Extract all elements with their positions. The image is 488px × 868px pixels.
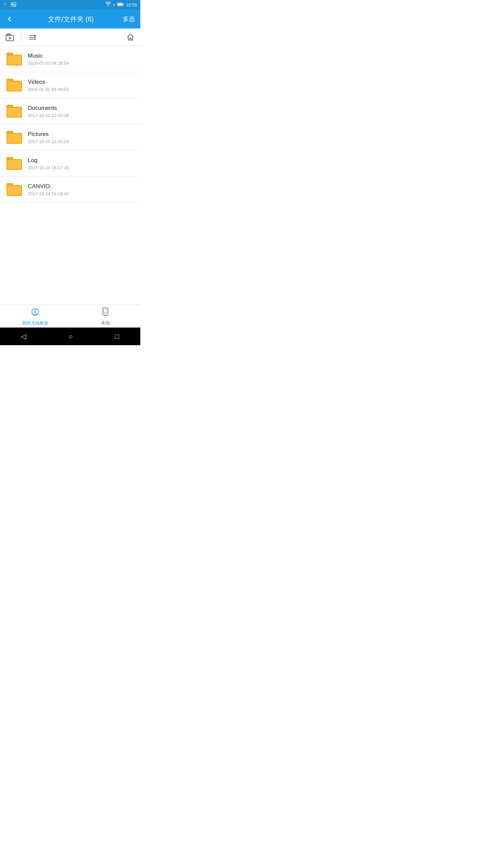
folder-name: Music (28, 53, 135, 59)
signal-x-icon: ✕ (113, 3, 116, 7)
bottom-navigation: 我的无线硬盘 本地 (0, 304, 140, 328)
empty-area (0, 203, 140, 304)
folder-item-pictures[interactable]: Pictures 2017-10-20 12:15:28 (0, 124, 140, 151)
system-back-button[interactable]: ◁ (21, 332, 26, 340)
time-display: 10:59 (126, 2, 137, 7)
folder-name: CANVIO (28, 183, 135, 190)
folder-item-music[interactable]: Music 2016-01-01 04:28:54 (0, 46, 140, 72)
multi-select-button[interactable]: 多选 (123, 15, 135, 23)
folder-date: 2017-10-24 16:17:16 (28, 165, 135, 170)
file-list: Music 2016-01-01 04:28:54 Videos 2016-01… (0, 46, 140, 203)
folder-icon (5, 181, 23, 198)
folder-item-documents[interactable]: Documents 2017-10-20 12:15:28 (0, 98, 140, 124)
folder-icon (5, 129, 23, 146)
local-device-icon (100, 307, 111, 319)
toolbar-divider (21, 33, 21, 42)
system-nav-bar: ◁ ○ □ (0, 328, 140, 345)
toolbar-left (5, 33, 37, 42)
folder-icon (5, 155, 23, 172)
back-button[interactable] (5, 15, 19, 23)
folder-date: 2017-10-24 16:19:42 (28, 191, 135, 196)
battery-icon (117, 2, 124, 8)
svg-point-16 (105, 314, 105, 314)
wireless-disk-icon (30, 307, 41, 319)
home-button[interactable] (126, 33, 135, 42)
folder-icon (5, 102, 23, 120)
svg-rect-12 (32, 309, 38, 314)
local-label: 本地 (101, 320, 110, 326)
folder-date: 2016-01-01 04:28:54 (28, 61, 135, 66)
page-title: 文件/文件夹 (6) (19, 15, 123, 24)
svg-rect-6 (118, 3, 122, 5)
wireless-disk-label: 我的无线硬盘 (22, 320, 48, 326)
system-recent-button[interactable]: □ (115, 333, 119, 340)
folder-date: 2017-10-20 12:15:28 (28, 113, 135, 118)
folder-date: 2017-10-20 12:15:28 (28, 139, 135, 144)
wifi-question-icon: ? (3, 2, 9, 8)
svg-point-3 (108, 6, 108, 6)
gallery-icon (11, 2, 16, 8)
toolbar (0, 28, 140, 46)
folder-name: Pictures (28, 131, 135, 138)
svg-rect-15 (103, 309, 107, 313)
status-left: ? (3, 2, 16, 8)
folder-icon (5, 50, 23, 68)
folder-name: Videos (28, 79, 135, 85)
svg-rect-5 (123, 4, 124, 5)
svg-point-13 (34, 311, 36, 312)
folder-date: 2016-01-01 04:44:54 (28, 87, 135, 92)
folder-name: Documents (28, 105, 135, 112)
nav-wireless-disk[interactable]: 我的无线硬盘 (0, 305, 70, 328)
add-folder-button[interactable] (5, 33, 14, 42)
folder-name: Log (28, 157, 135, 164)
wifi-icon (105, 2, 111, 8)
folder-icon (5, 76, 23, 94)
folder-item-log[interactable]: Log 2017-10-24 16:17:16 (0, 151, 140, 177)
status-right: ✕ 10:59 (105, 2, 137, 8)
status-bar: ? ✕ 10:59 (0, 0, 140, 9)
folder-item-canvio[interactable]: CANVIO 2017-10-24 16:19:42 (0, 177, 140, 203)
system-home-button[interactable]: ○ (68, 333, 73, 340)
svg-text:?: ? (4, 2, 5, 6)
sort-button[interactable] (28, 33, 37, 42)
top-bar: 文件/文件夹 (6) 多选 (0, 9, 140, 28)
folder-item-videos[interactable]: Videos 2016-01-01 04:44:54 (0, 72, 140, 98)
nav-local[interactable]: 本地 (70, 305, 140, 328)
